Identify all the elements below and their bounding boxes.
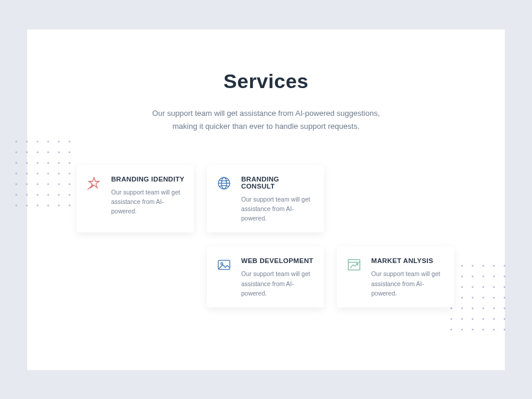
services-section: Services Our support team will get assis… [27,30,505,370]
svg-point-5 [221,263,223,265]
service-card-market-analysis: MARKET ANLYSIS Our support team will get… [337,246,454,307]
star-icon [86,176,104,193]
service-card-title: BRANDING CONSULT [241,176,314,190]
service-card-web-development: WEB DEVELOPMENT Our support team will ge… [207,246,324,307]
service-card-branding-consult: BRANDING CONSULT Our support team will g… [207,165,324,233]
section-subheading: Our support team will get assistance fro… [139,107,393,133]
service-card-title: MARKET ANLYSIS [371,257,445,264]
service-card-desc: Our support team will get assistance fro… [371,269,445,298]
globe-icon [216,176,234,193]
service-card-title: WEB DEVELOPMENT [241,257,314,264]
svg-line-0 [87,184,93,190]
service-card-branding-identity: BRANDING IDENDITY Our support team will … [77,165,194,233]
image-icon [216,257,234,275]
service-card-desc: Our support team will get assistance fro… [111,187,184,216]
service-card-title: BRANDING IDENDITY [111,176,184,183]
service-card-desc: Our support team will get assistance fro… [241,194,314,223]
services-cards: BRANDING IDENDITY Our support team will … [51,165,481,308]
section-heading: Services [51,70,481,93]
chart-icon [346,257,364,275]
service-card-desc: Our support team will get assistance fro… [241,269,314,298]
